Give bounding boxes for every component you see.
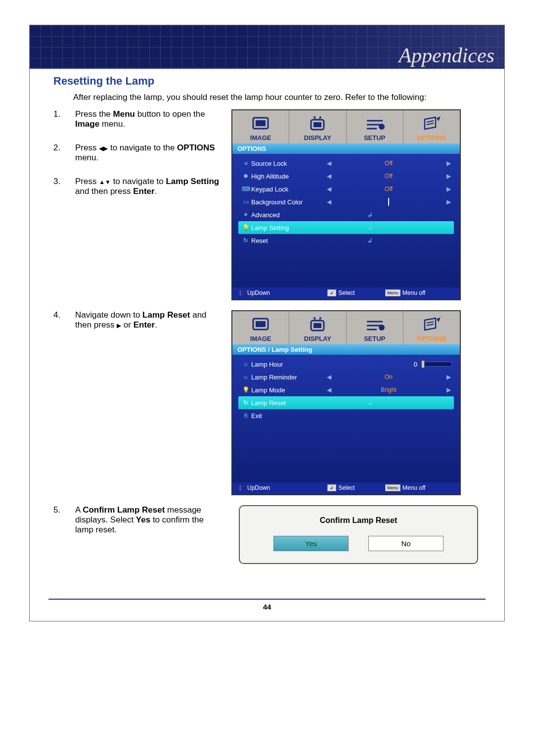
left-right-arrows-icon xyxy=(99,143,108,152)
step-5: 5. A Confirm Lamp Reset message displays… xyxy=(53,505,222,535)
tab-setup[interactable]: SETUP xyxy=(347,110,403,143)
yes-button[interactable]: Yes xyxy=(273,536,349,551)
osd-menu-options: IMAGE DISPLAY SETUP xyxy=(231,109,461,300)
options-tab-icon xyxy=(403,314,460,335)
svg-point-19 xyxy=(379,325,385,331)
confirm-dialog: Confirm Lamp Reset Yes No xyxy=(239,505,478,564)
menu-item-lamp-reminder[interactable]: ☼ Lamp Reminder ◀ On ▶ xyxy=(238,371,454,383)
left-arrow-icon: ◀ xyxy=(325,160,332,167)
osd-footer: UpDown ↲Select MenuMenu off xyxy=(232,482,460,494)
enter-arrow-icon: ↲ xyxy=(325,224,414,232)
menu-item-high-altitude[interactable]: ✱ High Alititude ◀ Off ▶ xyxy=(238,170,454,183)
menu-item-keypad-lock[interactable]: ⌨ Keypad Lock ◀ Off ▶ xyxy=(238,183,454,195)
updown-key-icon xyxy=(238,484,245,491)
image-tab-icon xyxy=(232,113,289,134)
page-number: 44 xyxy=(48,599,486,621)
right-arrow-icon: ▶ xyxy=(445,160,452,167)
right-arrow-icon xyxy=(117,320,121,330)
menu-item-lamp-hour[interactable]: ☼ Lamp Hour 0 xyxy=(238,358,454,371)
page-header: Appendices xyxy=(30,25,504,67)
setup-tab-icon xyxy=(347,314,403,335)
document-page: Appendices Resetting the Lamp After repl… xyxy=(29,25,505,621)
osd-breadcrumb: OPTIONS xyxy=(232,143,460,154)
menu-item-background-color[interactable]: ▭ Background Color ◀ ▶ xyxy=(238,195,454,208)
lamp-icon: ☼ xyxy=(240,361,251,368)
confirm-title: Confirm Lamp Reset xyxy=(250,516,467,525)
display-tab-icon xyxy=(289,314,346,335)
tab-image[interactable]: IMAGE xyxy=(232,110,289,143)
options-tab-icon xyxy=(403,113,460,134)
enter-key-icon: ↲ xyxy=(327,289,336,296)
svg-rect-1 xyxy=(256,120,266,126)
lamp-reset-icon: ↻ xyxy=(240,399,251,406)
menu-item-lamp-mode[interactable]: 💡 Lamp Mode ◀ Bright ▶ xyxy=(238,383,454,396)
setup-tab-icon xyxy=(347,113,403,134)
tab-display[interactable]: DISPLAY xyxy=(289,110,346,143)
display-tab-icon xyxy=(289,113,346,134)
tab-options[interactable]: OPTIONS xyxy=(403,110,460,143)
image-tab-icon xyxy=(232,314,289,335)
svg-rect-11 xyxy=(256,321,266,327)
lamp-icon: ☼ xyxy=(240,374,251,380)
osd-tabs: IMAGE DISPLAY SETUP xyxy=(232,110,460,143)
svg-rect-13 xyxy=(313,323,321,328)
advanced-icon: ✶ xyxy=(240,211,251,218)
exit-icon: ⎘ xyxy=(240,412,251,419)
osd-breadcrumb: OPTIONS / Lamp Setting xyxy=(232,344,460,355)
enter-arrow-icon: ↲ xyxy=(325,399,414,407)
section-title: Resetting the Lamp xyxy=(53,75,486,88)
updown-key-icon xyxy=(238,289,245,296)
menu-item-lamp-reset[interactable]: ↻ Lamp Reset ↲ xyxy=(238,396,454,409)
menu-key-icon: Menu xyxy=(385,289,400,296)
section-intro: After replacing the lamp, you should res… xyxy=(73,93,486,102)
background-color-icon: ▭ xyxy=(240,198,251,205)
osd-menu-lamp-setting: IMAGE DISPLAY SETUP xyxy=(231,310,461,495)
svg-rect-3 xyxy=(313,122,321,127)
altitude-icon: ✱ xyxy=(240,173,251,180)
source-lock-icon: ⎆ xyxy=(240,160,251,167)
slider[interactable] xyxy=(421,362,452,367)
enter-arrow-icon: ↲ xyxy=(325,237,414,244)
tab-options[interactable]: OPTIONS xyxy=(403,311,460,344)
enter-key-icon: ↲ xyxy=(327,484,336,491)
svg-point-9 xyxy=(379,124,385,130)
tab-image[interactable]: IMAGE xyxy=(232,311,289,344)
tab-display[interactable]: DISPLAY xyxy=(289,311,346,344)
header-title: Appendices xyxy=(399,44,494,67)
lamp-icon: 💡 xyxy=(240,224,251,231)
up-down-arrows-icon xyxy=(99,177,111,186)
menu-item-lamp-setting[interactable]: 💡 Lamp Setting ↲ xyxy=(238,221,454,234)
menu-item-source-lock[interactable]: ⎆ Source Lock ◀ Off ▶ xyxy=(238,157,454,170)
osd-footer: UpDown ↲Select MenuMenu off xyxy=(232,287,460,299)
step-2: 2. Press to navigate to the OPTIONS menu… xyxy=(53,143,222,163)
keypad-lock-icon: ⌨ xyxy=(240,186,251,192)
menu-key-icon: Menu xyxy=(385,484,400,491)
lamp-icon: 💡 xyxy=(240,386,251,393)
menu-item-advanced[interactable]: ✶ Advanced ↲ xyxy=(238,208,454,221)
menu-item-exit[interactable]: ⎘ Exit xyxy=(238,409,454,422)
color-swatch xyxy=(388,198,389,206)
menu-item-reset[interactable]: ↻ Reset ↲ xyxy=(238,234,454,247)
tab-setup[interactable]: SETUP xyxy=(347,311,403,344)
enter-arrow-icon: ↲ xyxy=(325,211,414,219)
step-3: 3. Press to navigate to Lamp Setting and… xyxy=(53,177,222,196)
no-button[interactable]: No xyxy=(368,536,444,551)
step-1: 1. Press the Menu button to open the Ima… xyxy=(53,109,222,129)
reset-icon: ↻ xyxy=(240,237,251,244)
step-4: 4. Navigate down to Lamp Reset and then … xyxy=(53,310,222,330)
